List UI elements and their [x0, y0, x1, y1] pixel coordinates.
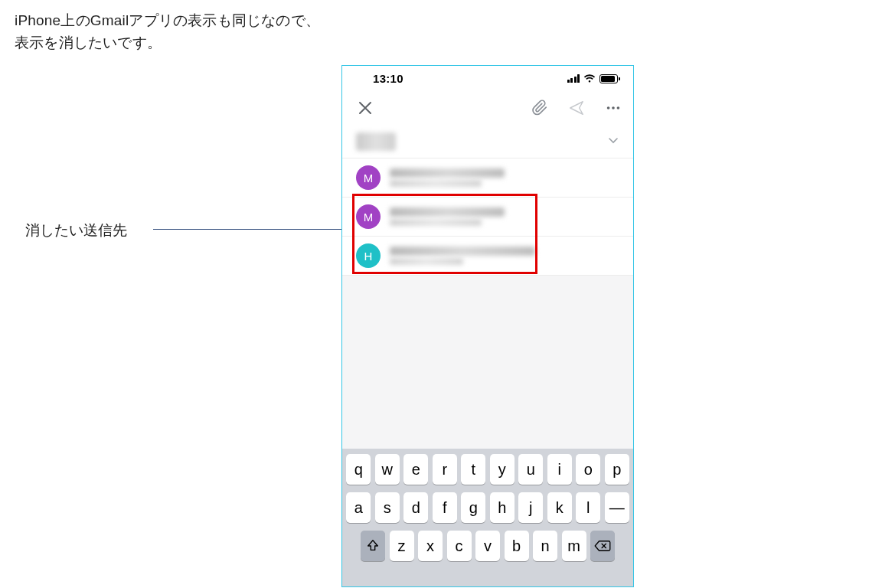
key-n[interactable]: n — [533, 531, 557, 561]
attach-button[interactable] — [531, 99, 549, 117]
suggestion-text-blurred — [390, 207, 505, 226]
annotation-label: 消したい送信先 — [25, 220, 127, 240]
status-time: 13:10 — [356, 72, 403, 85]
suggestion-text-blurred — [390, 168, 505, 187]
keyboard-row-3: z x c v b n m — [345, 531, 630, 561]
close-icon — [358, 101, 372, 115]
cellular-signal-icon — [567, 74, 580, 83]
svg-point-1 — [612, 106, 615, 109]
suggestion-text-blurred — [390, 247, 535, 265]
more-button[interactable] — [604, 99, 622, 117]
wifi-icon — [583, 74, 596, 83]
status-icons — [567, 74, 620, 83]
key-f[interactable]: f — [433, 492, 457, 523]
ios-keyboard: q w e r t y u i o p a s d f g h j k l — — [342, 449, 633, 587]
send-button[interactable] — [567, 99, 586, 117]
caption-text: iPhone上のGmailアプリの表示も同じなので、 表示を消したいです。 — [15, 9, 320, 54]
avatar-letter: M — [364, 211, 374, 224]
key-g[interactable]: g — [461, 492, 485, 523]
key-i[interactable]: i — [547, 454, 572, 485]
more-horizontal-icon — [605, 100, 622, 116]
status-bar: 13:10 — [342, 66, 633, 91]
key-p[interactable]: p — [605, 454, 629, 485]
chevron-down-icon — [607, 134, 619, 146]
avatar: M — [356, 204, 381, 229]
key-k[interactable]: k — [547, 492, 572, 523]
key-o[interactable]: o — [576, 454, 600, 485]
key-b[interactable]: b — [505, 531, 529, 561]
svg-point-0 — [607, 106, 610, 109]
key-u[interactable]: u — [518, 454, 543, 485]
svg-point-2 — [617, 106, 620, 109]
key-t[interactable]: t — [461, 454, 485, 485]
battery-icon — [599, 74, 618, 83]
contact-suggestions: M M H — [342, 158, 633, 276]
compose-toolbar — [342, 91, 633, 125]
key-l[interactable]: l — [576, 492, 600, 523]
send-icon — [568, 100, 585, 116]
key-w[interactable]: w — [375, 454, 400, 485]
paperclip-icon — [531, 100, 548, 116]
key-d[interactable]: d — [403, 492, 428, 523]
phone-screenshot: 13:10 M — [341, 65, 634, 587]
avatar-letter: M — [364, 172, 374, 185]
key-e[interactable]: e — [403, 454, 428, 485]
annotation-leader-line — [153, 229, 354, 230]
key-y[interactable]: y — [490, 454, 514, 485]
avatar: H — [356, 243, 381, 268]
shift-key[interactable] — [361, 531, 385, 561]
key-s[interactable]: s — [375, 492, 400, 523]
to-field-blurred-value — [356, 132, 396, 151]
keyboard-row-1: q w e r t y u i o p — [345, 454, 630, 485]
key-a[interactable]: a — [346, 492, 371, 523]
key-q[interactable]: q — [346, 454, 371, 485]
suggestion-item[interactable]: H — [342, 237, 633, 276]
backspace-icon — [594, 540, 611, 552]
avatar: M — [356, 165, 381, 190]
suggestion-item[interactable]: M — [342, 198, 633, 237]
empty-area — [342, 276, 633, 449]
key-h[interactable]: h — [490, 492, 514, 523]
key-m[interactable]: m — [562, 531, 586, 561]
backspace-key[interactable] — [590, 531, 615, 561]
key-j[interactable]: j — [518, 492, 543, 523]
key-v[interactable]: v — [475, 531, 500, 561]
to-field-row[interactable] — [342, 125, 633, 158]
caption-line2: 表示を消したいです。 — [15, 34, 162, 51]
suggestion-item[interactable]: M — [342, 158, 633, 198]
avatar-letter: H — [364, 250, 373, 263]
key-r[interactable]: r — [433, 454, 457, 485]
shift-icon — [366, 539, 380, 553]
keyboard-row-2: a s d f g h j k l — — [345, 492, 630, 523]
key-x[interactable]: x — [418, 531, 443, 561]
key-c[interactable]: c — [447, 531, 472, 561]
key-dash[interactable]: — — [605, 492, 629, 523]
expand-recipients-button[interactable] — [607, 134, 619, 149]
close-button[interactable] — [356, 99, 374, 117]
caption-line1: iPhone上のGmailアプリの表示も同じなので、 — [15, 12, 320, 28]
key-z[interactable]: z — [390, 531, 414, 561]
